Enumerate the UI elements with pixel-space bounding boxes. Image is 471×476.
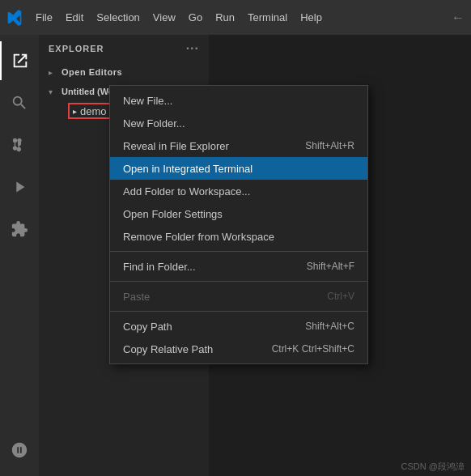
ctx-remove-folder[interactable]: Remove Folder from Workspace — [110, 225, 367, 248]
ctx-copy-rel-path[interactable]: Copy Relative Path Ctrl+K Ctrl+Shift+C — [110, 338, 367, 360]
ctx-separator-2 — [110, 281, 367, 282]
ctx-find-folder[interactable]: Find in Folder... Shift+Alt+F — [110, 255, 367, 278]
menu-file[interactable]: File — [29, 0, 59, 35]
open-editors-row[interactable]: ▸ Open Editors — [39, 62, 209, 82]
menu-view[interactable]: View — [146, 0, 182, 35]
title-bar: File Edit Selection View Go Run Terminal… — [0, 0, 471, 35]
menu-selection[interactable]: Selection — [90, 0, 146, 35]
ctx-reveal-label: Reveal in File Explorer — [123, 140, 229, 152]
activity-run-debug[interactable] — [0, 168, 39, 206]
activity-search[interactable] — [0, 83, 39, 122]
menu-edit[interactable]: Edit — [59, 0, 90, 35]
open-editors-chevron: ▸ — [49, 68, 58, 77]
explorer-title: Explorer — [49, 44, 104, 53]
activity-explorer[interactable] — [0, 41, 39, 80]
ctx-open-terminal[interactable]: Open in Integrated Terminal — [110, 157, 367, 180]
ctx-copy-path[interactable]: Copy Path Shift+Alt+C — [110, 315, 367, 338]
ctx-copy-path-shortcut: Shift+Alt+C — [305, 321, 354, 332]
explorer-more-button[interactable]: ··· — [186, 41, 199, 56]
menu-terminal[interactable]: Terminal — [241, 0, 294, 35]
ctx-separator-1 — [110, 251, 367, 252]
ctx-folder-settings-label: Open Folder Settings — [123, 208, 223, 220]
back-arrow-icon[interactable]: ← — [452, 11, 465, 25]
ctx-separator-3 — [110, 311, 367, 312]
demo-chevron-icon: ▸ — [73, 107, 77, 116]
ctx-new-folder-label: New Folder... — [123, 117, 185, 130]
activity-extensions[interactable] — [0, 210, 39, 249]
explorer-header: Explorer ··· — [39, 35, 209, 62]
ctx-copy-rel-path-shortcut: Ctrl+K Ctrl+Shift+C — [272, 343, 354, 355]
ctx-add-folder[interactable]: Add Folder to Workspace... — [110, 180, 367, 202]
context-menu: New File... New Folder... Reveal in File… — [109, 85, 368, 364]
demo-folder-label: demo — [80, 105, 107, 117]
open-editors-label: Open Editors — [62, 67, 122, 77]
activity-bar — [0, 35, 39, 476]
menu-run[interactable]: Run — [209, 0, 241, 35]
ctx-new-file[interactable]: New File... — [110, 89, 367, 112]
ctx-paste-label: Paste — [123, 291, 150, 303]
ctx-paste-shortcut: Ctrl+V — [327, 291, 354, 302]
ctx-add-folder-label: Add Folder to Workspace... — [123, 185, 250, 198]
menu-go[interactable]: Go — [182, 0, 209, 35]
ctx-remove-folder-label: Remove Folder from Workspace — [123, 231, 274, 243]
ctx-reveal[interactable]: Reveal in File Explorer Shift+Alt+R — [110, 134, 367, 157]
watermark: CSDN @段鸿漳 — [401, 461, 465, 473]
ctx-copy-rel-path-label: Copy Relative Path — [123, 343, 213, 355]
ctx-paste[interactable]: Paste Ctrl+V — [110, 285, 367, 308]
activity-remote[interactable] — [0, 431, 39, 470]
vscode-logo-icon — [6, 10, 23, 26]
ctx-new-folder[interactable]: New Folder... — [110, 112, 367, 134]
demo-folder-box: ▸ demo — [68, 103, 112, 119]
workspace-chevron: ▾ — [49, 87, 58, 96]
ctx-new-file-label: New File... — [123, 95, 172, 107]
ctx-open-terminal-label: Open in Integrated Terminal — [123, 163, 252, 175]
activity-source-control[interactable] — [0, 125, 39, 164]
ctx-reveal-shortcut: Shift+Alt+R — [305, 140, 354, 151]
menu-help[interactable]: Help — [294, 0, 329, 35]
ctx-folder-settings[interactable]: Open Folder Settings — [110, 202, 367, 225]
ctx-find-folder-shortcut: Shift+Alt+F — [307, 261, 354, 272]
ctx-copy-path-label: Copy Path — [123, 321, 172, 333]
ctx-find-folder-label: Find in Folder... — [123, 261, 196, 273]
